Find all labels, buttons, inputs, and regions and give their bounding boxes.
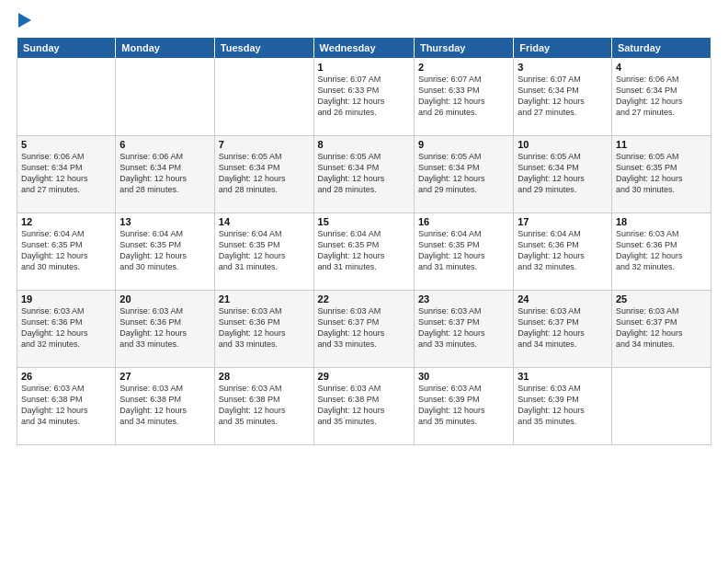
day-number: 19 <box>21 293 111 304</box>
day-number: 6 <box>119 139 210 150</box>
calendar-week-row: 1Sunrise: 6:07 AM Sunset: 6:33 PM Daylig… <box>17 59 711 136</box>
calendar-cell: 11Sunrise: 6:05 AM Sunset: 6:35 PM Dayli… <box>611 136 711 213</box>
day-number: 25 <box>616 293 707 304</box>
day-info: Sunrise: 6:03 AM Sunset: 6:39 PM Dayligh… <box>518 383 608 428</box>
day-number: 11 <box>616 139 707 150</box>
day-info: Sunrise: 6:05 AM Sunset: 6:34 PM Dayligh… <box>518 151 608 196</box>
day-number: 29 <box>318 371 410 382</box>
calendar-cell: 19Sunrise: 6:03 AM Sunset: 6:36 PM Dayli… <box>17 291 116 368</box>
calendar-cell: 17Sunrise: 6:04 AM Sunset: 6:36 PM Dayli… <box>514 213 612 291</box>
day-info: Sunrise: 6:03 AM Sunset: 6:38 PM Dayligh… <box>21 383 111 428</box>
day-info: Sunrise: 6:04 AM Sunset: 6:35 PM Dayligh… <box>418 228 509 273</box>
day-number: 20 <box>119 293 210 304</box>
calendar-header-row: SundayMondayTuesdayWednesdayThursdayFrid… <box>17 38 711 59</box>
day-info: Sunrise: 6:03 AM Sunset: 6:36 PM Dayligh… <box>21 305 111 350</box>
calendar-cell: 23Sunrise: 6:03 AM Sunset: 6:37 PM Dayli… <box>414 291 513 368</box>
day-info: Sunrise: 6:05 AM Sunset: 6:34 PM Dayligh… <box>219 151 310 196</box>
day-info: Sunrise: 6:03 AM Sunset: 6:37 PM Dayligh… <box>318 305 410 350</box>
day-number: 10 <box>518 139 608 150</box>
day-info: Sunrise: 6:07 AM Sunset: 6:33 PM Dayligh… <box>318 74 410 119</box>
day-number: 12 <box>21 216 111 227</box>
calendar-cell: 15Sunrise: 6:04 AM Sunset: 6:35 PM Dayli… <box>313 213 414 291</box>
calendar-cell: 9Sunrise: 6:05 AM Sunset: 6:34 PM Daylig… <box>414 136 513 213</box>
day-info: Sunrise: 6:05 AM Sunset: 6:34 PM Dayligh… <box>418 151 509 196</box>
calendar-cell: 7Sunrise: 6:05 AM Sunset: 6:34 PM Daylig… <box>214 136 313 213</box>
day-info: Sunrise: 6:03 AM Sunset: 6:37 PM Dayligh… <box>418 305 509 350</box>
day-number: 3 <box>518 62 608 73</box>
day-number: 30 <box>418 371 509 382</box>
calendar-week-row: 26Sunrise: 6:03 AM Sunset: 6:38 PM Dayli… <box>17 368 711 445</box>
day-info: Sunrise: 6:07 AM Sunset: 6:34 PM Dayligh… <box>518 74 608 119</box>
day-number: 4 <box>616 62 707 73</box>
day-info: Sunrise: 6:06 AM Sunset: 6:34 PM Dayligh… <box>119 151 210 196</box>
calendar-cell: 31Sunrise: 6:03 AM Sunset: 6:39 PM Dayli… <box>514 368 612 445</box>
calendar-day-header: Thursday <box>414 38 513 59</box>
calendar-cell: 29Sunrise: 6:03 AM Sunset: 6:38 PM Dayli… <box>313 368 414 445</box>
day-info: Sunrise: 6:04 AM Sunset: 6:35 PM Dayligh… <box>21 228 111 273</box>
day-info: Sunrise: 6:07 AM Sunset: 6:33 PM Dayligh… <box>418 74 509 119</box>
day-number: 13 <box>119 216 210 227</box>
calendar-week-row: 12Sunrise: 6:04 AM Sunset: 6:35 PM Dayli… <box>17 213 711 291</box>
calendar-cell: 24Sunrise: 6:03 AM Sunset: 6:37 PM Dayli… <box>514 291 612 368</box>
day-info: Sunrise: 6:03 AM Sunset: 6:36 PM Dayligh… <box>119 305 210 350</box>
page: SundayMondayTuesdayWednesdayThursdayFrid… <box>0 0 728 563</box>
day-info: Sunrise: 6:03 AM Sunset: 6:36 PM Dayligh… <box>219 305 310 350</box>
calendar-cell: 1Sunrise: 6:07 AM Sunset: 6:33 PM Daylig… <box>313 59 414 136</box>
day-number: 31 <box>518 371 608 382</box>
calendar-cell: 25Sunrise: 6:03 AM Sunset: 6:37 PM Dayli… <box>611 291 711 368</box>
day-number: 23 <box>418 293 509 304</box>
header <box>17 15 711 28</box>
calendar-cell <box>17 59 116 136</box>
calendar-cell: 13Sunrise: 6:04 AM Sunset: 6:35 PM Dayli… <box>116 213 215 291</box>
day-number: 26 <box>21 371 111 382</box>
day-info: Sunrise: 6:03 AM Sunset: 6:39 PM Dayligh… <box>418 383 509 428</box>
day-number: 1 <box>318 62 410 73</box>
calendar-cell: 26Sunrise: 6:03 AM Sunset: 6:38 PM Dayli… <box>17 368 116 445</box>
day-info: Sunrise: 6:03 AM Sunset: 6:38 PM Dayligh… <box>219 383 310 428</box>
calendar-cell: 12Sunrise: 6:04 AM Sunset: 6:35 PM Dayli… <box>17 213 116 291</box>
day-number: 27 <box>119 371 210 382</box>
calendar-day-header: Friday <box>514 38 612 59</box>
calendar-cell <box>214 59 313 136</box>
calendar-cell: 30Sunrise: 6:03 AM Sunset: 6:39 PM Dayli… <box>414 368 513 445</box>
logo-arrow-icon <box>18 13 31 28</box>
day-info: Sunrise: 6:03 AM Sunset: 6:38 PM Dayligh… <box>119 383 210 428</box>
day-info: Sunrise: 6:06 AM Sunset: 6:34 PM Dayligh… <box>21 151 111 196</box>
calendar-cell: 28Sunrise: 6:03 AM Sunset: 6:38 PM Dayli… <box>214 368 313 445</box>
calendar-cell: 20Sunrise: 6:03 AM Sunset: 6:36 PM Dayli… <box>116 291 215 368</box>
day-number: 28 <box>219 371 310 382</box>
day-info: Sunrise: 6:06 AM Sunset: 6:34 PM Dayligh… <box>616 74 707 119</box>
day-number: 15 <box>318 216 410 227</box>
day-info: Sunrise: 6:04 AM Sunset: 6:35 PM Dayligh… <box>318 228 410 273</box>
day-number: 8 <box>318 139 410 150</box>
calendar-cell: 16Sunrise: 6:04 AM Sunset: 6:35 PM Dayli… <box>414 213 513 291</box>
day-info: Sunrise: 6:04 AM Sunset: 6:36 PM Dayligh… <box>518 228 608 273</box>
calendar-day-header: Tuesday <box>214 38 313 59</box>
calendar-cell: 8Sunrise: 6:05 AM Sunset: 6:34 PM Daylig… <box>313 136 414 213</box>
day-info: Sunrise: 6:03 AM Sunset: 6:37 PM Dayligh… <box>518 305 608 350</box>
calendar-cell: 6Sunrise: 6:06 AM Sunset: 6:34 PM Daylig… <box>116 136 215 213</box>
day-number: 7 <box>219 139 310 150</box>
day-info: Sunrise: 6:03 AM Sunset: 6:37 PM Dayligh… <box>616 305 707 350</box>
logo <box>17 15 31 28</box>
day-number: 17 <box>518 216 608 227</box>
calendar-week-row: 5Sunrise: 6:06 AM Sunset: 6:34 PM Daylig… <box>17 136 711 213</box>
calendar-cell: 4Sunrise: 6:06 AM Sunset: 6:34 PM Daylig… <box>611 59 711 136</box>
day-number: 5 <box>21 139 111 150</box>
day-number: 14 <box>219 216 310 227</box>
calendar-cell <box>116 59 215 136</box>
calendar-cell: 22Sunrise: 6:03 AM Sunset: 6:37 PM Dayli… <box>313 291 414 368</box>
calendar-cell: 3Sunrise: 6:07 AM Sunset: 6:34 PM Daylig… <box>514 59 612 136</box>
calendar-cell: 27Sunrise: 6:03 AM Sunset: 6:38 PM Dayli… <box>116 368 215 445</box>
day-info: Sunrise: 6:03 AM Sunset: 6:36 PM Dayligh… <box>616 228 707 273</box>
day-info: Sunrise: 6:05 AM Sunset: 6:35 PM Dayligh… <box>616 151 707 196</box>
calendar-cell: 5Sunrise: 6:06 AM Sunset: 6:34 PM Daylig… <box>17 136 116 213</box>
calendar-cell: 14Sunrise: 6:04 AM Sunset: 6:35 PM Dayli… <box>214 213 313 291</box>
day-number: 9 <box>418 139 509 150</box>
calendar-week-row: 19Sunrise: 6:03 AM Sunset: 6:36 PM Dayli… <box>17 291 711 368</box>
calendar-day-header: Sunday <box>17 38 116 59</box>
day-info: Sunrise: 6:03 AM Sunset: 6:38 PM Dayligh… <box>318 383 410 428</box>
calendar-table: SundayMondayTuesdayWednesdayThursdayFrid… <box>17 37 711 445</box>
day-info: Sunrise: 6:05 AM Sunset: 6:34 PM Dayligh… <box>318 151 410 196</box>
calendar-cell: 2Sunrise: 6:07 AM Sunset: 6:33 PM Daylig… <box>414 59 513 136</box>
